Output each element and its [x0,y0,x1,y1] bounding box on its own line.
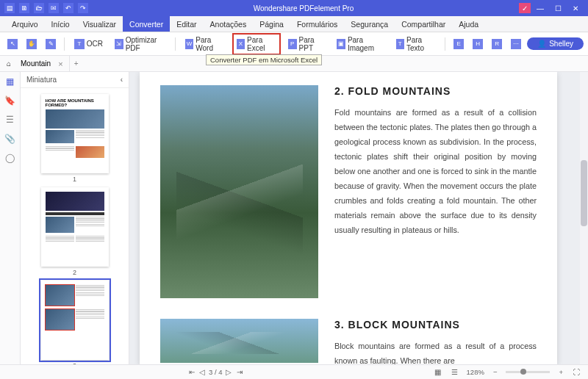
nav-next-icon[interactable]: ▷ [224,368,233,376]
ocr-button[interactable]: TOCR [70,36,107,52]
thumb-1-heading: HOW ARE MOUNTAINS FORMED? [46,98,104,107]
menu-ajuda[interactable]: Ajuda [452,16,485,32]
view-mode-list-icon[interactable]: ☰ [450,368,459,376]
menu-arquivo[interactable]: Arquivo [0,16,45,32]
thumbnail-panel: Miniatura ‹ HOW ARE MOUNTAINS FORMED? 1 [21,72,129,364]
workspace: ▦ 🔖 ☰ 📎 ◯ Miniatura ‹ HOW ARE MOUNTAINS … [0,72,588,364]
new-doc-icon[interactable]: 🗎 [19,3,29,13]
nav-last-icon[interactable]: ⇥ [235,368,244,376]
zoom-out-icon[interactable]: − [492,368,499,376]
convert-toolbar: ↖ ✋ ✎ TOCR ⇲Optimizar PDF WPara Word XPa… [0,32,588,56]
home-icon[interactable]: ⌂ [3,58,15,70]
thumb-page-1[interactable]: HOW ARE MOUNTAINS FORMED? 1 [41,94,109,183]
select-tool[interactable]: ↖ [4,36,21,52]
to-text-label: Para Texto [406,36,435,52]
excel-icon: X [237,39,245,49]
redo-icon[interactable]: ↷ [78,3,88,13]
menu-inicio[interactable]: Início [45,16,76,32]
user-label: Shelley [549,40,573,48]
more-convert-2[interactable]: H [470,36,486,52]
to-word-button[interactable]: WPara Word [181,33,229,55]
menu-anotacoes[interactable]: Anotações [204,16,254,32]
more-convert-4[interactable]: ⋯ [508,36,524,52]
optimize-pdf-button[interactable]: ⇲Optimizar PDF [110,33,170,55]
minimize-button[interactable]: — [532,2,548,14]
edit-tool[interactable]: ✎ [43,36,59,52]
search-panel-icon[interactable]: ☰ [5,115,15,125]
document-tab[interactable]: Mountain × [15,56,70,71]
word-icon: W [185,39,194,49]
ppt-icon: P [288,39,297,49]
edit-icon: ✎ [46,39,56,49]
undo-icon[interactable]: ↶ [63,3,74,13]
view-mode-grid-icon[interactable]: ▦ [433,368,442,376]
page-total: / 4 [215,368,223,376]
vertical-scrollbar[interactable] [580,72,588,364]
user-account-button[interactable]: 👤Shelley [527,37,584,50]
title-bar: ▤ 🗎 🗁 ✉ ↶ ↷ Wondershare PDFelement Pro ✓… [0,0,588,16]
cursor-icon: ↖ [7,39,18,49]
zoom-in-icon[interactable]: + [557,368,564,376]
separator [64,37,65,51]
thumb-page-3[interactable]: 3 [41,281,109,364]
to-word-label: Para Word [196,36,224,52]
user-icon: 👤 [537,40,546,48]
to-text-button[interactable]: TPara Texto [392,33,440,55]
section-3-title: 3. BLOCK MOUNTAINS [334,319,537,331]
tab-close-icon[interactable]: × [58,59,62,68]
menu-pagina[interactable]: Página [253,16,290,32]
more-convert-3[interactable]: R [489,36,505,52]
hand-icon: ✋ [26,39,37,49]
nav-prev-icon[interactable]: ◁ [198,368,207,376]
notification-icon[interactable]: ✓ [519,3,531,13]
html-icon: H [473,39,483,49]
to-image-label: Para Imagem [348,36,384,52]
zoom-slider[interactable] [506,371,550,373]
bookmarks-icon[interactable]: 🔖 [5,95,15,106]
comments-icon[interactable]: ◯ [5,153,15,163]
scroll-thumb[interactable] [581,160,587,226]
hand-tool[interactable]: ✋ [24,36,40,52]
page-current: 3 [209,368,212,376]
app-logo-icon: ▤ [4,3,15,13]
maximize-button[interactable]: ☐ [550,2,566,14]
thumbnails-icon[interactable]: ▦ [5,76,15,87]
thumb-2-num: 2 [41,269,109,276]
other-icon: ⋯ [511,39,521,49]
figure-block-mountains [160,319,318,363]
zoom-slider-thumb[interactable] [520,369,526,375]
tooltip-excel: Converter PDF em Microsoft Excel [206,54,322,65]
open-file-icon[interactable]: 🗁 [34,3,44,13]
menu-editar[interactable]: Editar [170,16,203,32]
thumbnail-panel-title: Miniatura [26,76,57,84]
thumb-3-num: 3 [41,362,109,364]
menu-formularios[interactable]: Formulários [290,16,344,32]
nav-first-icon[interactable]: ⇤ [187,368,196,376]
close-button[interactable]: ✕ [567,2,584,14]
app-title: Wondershare PDFelement Pro [88,4,519,12]
more-convert-1[interactable]: E [451,36,467,52]
ocr-label: OCR [87,40,103,48]
menu-visualizar[interactable]: Visualizar [76,16,123,32]
to-excel-button[interactable]: XPara Excel [232,33,281,55]
optimize-label: Optimizar PDF [126,36,165,52]
document-tab-label: Mountain [21,59,51,68]
to-image-button[interactable]: ▣Para Imagem [332,33,388,55]
thumb-1-num: 1 [41,176,109,183]
add-tab-button[interactable]: + [70,59,83,68]
panel-collapse-icon[interactable]: ‹ [121,76,123,84]
compress-icon: ⇲ [115,39,123,49]
to-ppt-button[interactable]: PPara PPT [284,33,329,55]
zoom-value: 128% [467,368,484,376]
menu-seguranca[interactable]: Segurança [344,16,395,32]
thumb-page-2[interactable]: 2 [41,187,109,276]
page-canvas: 2. FOLD MOUNTAINS Fold mountains are for… [140,72,557,364]
section-3-body: Block mountains are formed as a result o… [334,339,537,364]
fit-screen-icon[interactable]: ⛶ [572,368,582,376]
attachments-icon[interactable]: 📎 [5,134,15,144]
menu-compartilhar[interactable]: Compartilhar [395,16,452,32]
section-2-title: 2. FOLD MOUNTAINS [334,85,537,97]
document-area[interactable]: 2. FOLD MOUNTAINS Fold mountains are for… [129,72,588,364]
menu-converter[interactable]: Converter [123,16,170,32]
mail-icon[interactable]: ✉ [49,3,59,13]
